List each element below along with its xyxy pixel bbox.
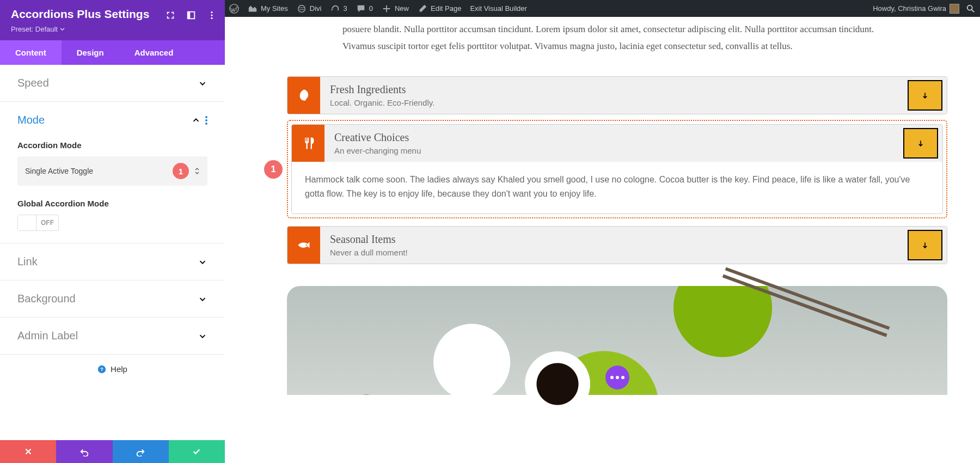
accordion-item-highlighted: 1 Creative Choices An ever-changing menu [287,120,947,218]
tab-design[interactable]: Design [62,40,119,65]
svg-text:?: ? [100,366,103,372]
section-menu-icon[interactable] [205,116,207,125]
accordion-toggle-button[interactable] [903,128,938,159]
section-speed: Speed [0,65,225,102]
accordion-subtitle: An ever-changing menu [334,146,889,155]
accordion-toggle-button[interactable] [908,80,942,111]
accordion-toggle-button[interactable] [908,230,942,260]
svg-point-7 [211,17,212,19]
user-account-link[interactable]: Howdy, Christina Gwira [873,4,959,14]
redo-button[interactable] [113,440,169,463]
accordion-mode-label: Accordion Mode [17,141,207,150]
soy-bowl-graphic [525,351,590,417]
admin-search-button[interactable] [966,4,976,14]
exit-visual-builder-link[interactable]: Exit Visual Builder [470,4,527,13]
howdy-label: Howdy, Christina Gwira [873,4,946,13]
utensils-icon [292,125,324,162]
leaf-icon [287,77,320,114]
panel-tabs: Content Design Advanced [0,40,225,65]
svg-point-9 [205,119,207,121]
section-admin-label: Admin Label [0,318,225,355]
chopsticks-graphic [725,267,890,330]
hero-image [287,286,947,395]
preset-selector[interactable]: Preset: Default [11,25,65,33]
edit-page-label: Edit Page [431,4,461,13]
chevron-down-icon [198,257,207,267]
section-mode-toggle[interactable]: Mode [17,114,207,126]
intro-paragraph: posuere blandit. Nulla porttitor accumsa… [342,21,887,54]
svg-point-1 [298,5,305,12]
page-preview: posuere blandit. Nulla porttitor accumsa… [225,17,980,463]
accordion-item: Seasonal Items Never a dull moment! [287,226,947,264]
accordion-title: Fresh Ingredients [330,83,893,96]
accordion-header[interactable]: Seasonal Items Never a dull moment! [287,227,947,264]
cancel-button[interactable] [0,440,56,463]
new-link[interactable]: New [382,4,409,14]
comments-link[interactable]: 0 [356,4,373,14]
help-link[interactable]: ? Help [0,355,225,383]
section-background-toggle[interactable]: Background [17,293,207,305]
chevron-down-icon [198,331,207,341]
chevron-down-icon [198,294,207,304]
section-link: Link [0,243,225,281]
global-mode-label: Global Accordion Mode [17,199,207,208]
module-fab-button[interactable] [605,365,629,389]
callout-badge-1: 1 [173,163,189,179]
fish-icon [287,227,320,264]
accordion-item: Creative Choices An ever-changing menu H… [291,124,943,214]
toggle-knob [18,215,36,230]
section-background: Background [0,281,225,318]
arrow-down-icon [916,139,925,148]
accordion-subtitle: Never a dull moment! [330,248,893,257]
my-sites-link[interactable]: My Sites [248,4,288,14]
tab-content[interactable]: Content [0,40,62,65]
chevron-up-icon [191,115,201,125]
callout-badge-preview: 1 [264,160,283,179]
accordion-header[interactable]: Creative Choices An ever-changing menu [292,125,942,162]
arrow-down-icon [921,91,929,100]
panel-body: Speed Mode Accordion Mode Single Active … [0,65,225,440]
accordion-mode-select[interactable]: Single Active Toggle 1 [17,156,207,186]
undo-button[interactable] [56,440,112,463]
accordion-subtitle: Local. Organic. Eco-Friendly. [330,98,893,107]
section-admin-label-toggle[interactable]: Admin Label [17,330,207,342]
expand-icon[interactable] [164,9,177,22]
my-sites-label: My Sites [261,4,288,13]
exit-vb-label: Exit Visual Builder [470,4,527,13]
new-label: New [395,4,409,13]
user-avatar [950,4,959,14]
accordion-item: Fresh Ingredients Local. Organic. Eco-Fr… [287,76,947,114]
svg-rect-4 [188,12,191,19]
settings-panel: Accordions Plus Settings Preset: Default… [0,0,225,463]
svg-point-10 [205,123,207,125]
svg-point-8 [205,116,207,118]
section-mode: Mode Accordion Mode Single Active Toggle… [0,102,225,243]
tab-advanced[interactable]: Advanced [119,40,189,65]
section-speed-toggle[interactable]: Speed [17,77,207,89]
panel-menu-icon[interactable] [205,9,218,22]
svg-point-6 [211,14,212,16]
section-link-toggle[interactable]: Link [17,255,207,268]
updates-link[interactable]: 3 [330,4,347,14]
site-name-label: Divi [310,4,322,13]
select-arrows-icon [194,167,200,175]
wp-logo[interactable] [229,4,239,14]
svg-point-5 [211,11,212,13]
save-button[interactable] [169,440,225,463]
accordion-header[interactable]: Fresh Ingredients Local. Organic. Eco-Fr… [287,77,947,114]
global-mode-toggle[interactable]: OFF [17,215,59,231]
chevron-down-icon [198,78,207,88]
accordion-title: Seasonal Items [330,233,893,246]
panel-header: Accordions Plus Settings Preset: Default [0,0,225,40]
panel-footer [0,440,225,463]
edit-page-link[interactable]: Edit Page [418,4,461,14]
svg-point-2 [967,5,972,10]
accordion-body: Hammock talk come soon. The ladies alway… [292,162,942,214]
arrow-down-icon [921,241,929,249]
site-link[interactable]: Divi [297,4,322,14]
comments-count: 0 [369,4,373,13]
snap-icon[interactable] [185,9,198,22]
wp-admin-bar: My Sites Divi 3 0 New Edit Page Exit Vis… [225,0,980,17]
help-icon: ? [97,365,106,374]
accordion-title: Creative Choices [334,131,889,144]
